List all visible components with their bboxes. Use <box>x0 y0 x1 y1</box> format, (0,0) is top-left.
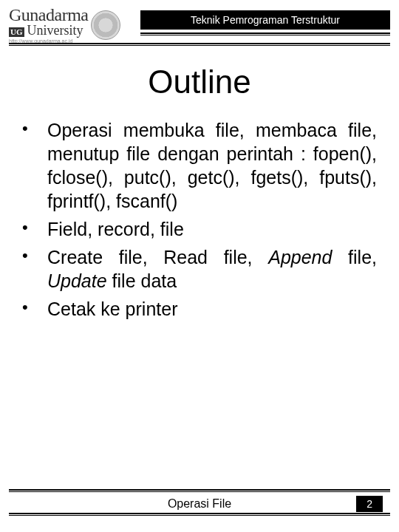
list-item-text: Field, record, file <box>47 217 377 241</box>
list-item: Create file, Read file, Append file, Upd… <box>22 245 377 293</box>
list-item: Cetak ke printer <box>22 297 377 321</box>
list-item-text: Create file, Read file, Append file, Upd… <box>47 245 377 293</box>
list-item-text: Cetak ke printer <box>47 297 377 321</box>
list-item: Field, record, file <box>22 217 377 241</box>
logo-text: Gunadarma UG University http://www.gunad… <box>9 6 88 44</box>
bullet-list: Operasi membuka file, membaca file, menu… <box>22 118 377 321</box>
university-seal-icon <box>91 10 120 40</box>
header: Gunadarma UG University http://www.gunad… <box>0 0 399 50</box>
logo-main: Gunadarma <box>9 6 88 24</box>
course-title-bar: Teknik Pemrograman Terstruktur <box>140 10 390 30</box>
page-number: 2 <box>356 496 383 512</box>
header-rule-lower <box>9 43 390 46</box>
footer-rule-lower <box>9 513 390 516</box>
list-item: Operasi membuka file, membaca file, menu… <box>22 118 377 213</box>
footer-title: Operasi File <box>9 497 390 511</box>
logo-sub: UG University <box>9 24 88 37</box>
list-item-text: Operasi membuka file, membaca file, menu… <box>47 118 377 213</box>
footer-rule-upper <box>9 489 390 492</box>
content: Operasi membuka file, membaca file, menu… <box>0 118 399 321</box>
slide-title: Outline <box>0 64 399 100</box>
footer: Operasi File 2 <box>9 489 390 519</box>
logo-university: University <box>27 24 83 37</box>
header-rule-upper <box>140 33 390 35</box>
logo-uc-badge: UG <box>9 27 24 37</box>
footer-row: Operasi File 2 <box>9 495 390 513</box>
